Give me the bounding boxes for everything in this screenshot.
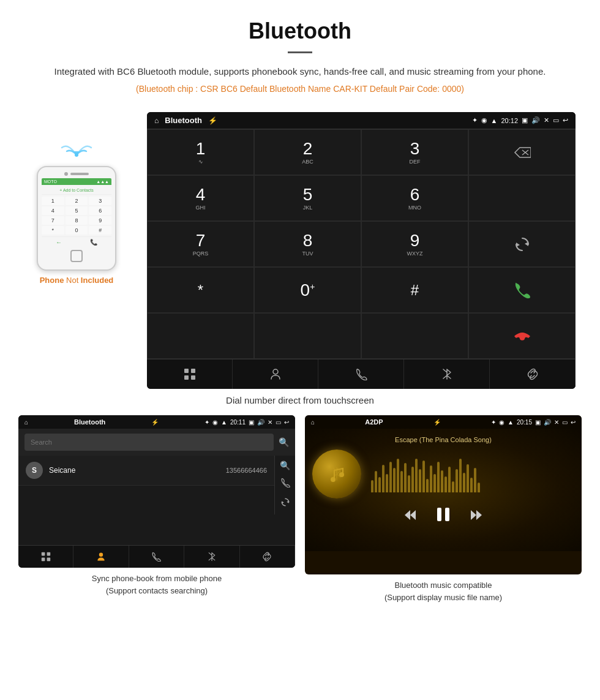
a2dp-home-icon[interactable]: ⌂: [311, 419, 315, 426]
bt-key-0[interactable]: 0+: [254, 267, 361, 313]
pb-right-phone-icon[interactable]: [280, 478, 290, 490]
pb-x-icon[interactable]: ✕: [268, 419, 272, 426]
bt-bottom-grid-icon[interactable]: [147, 359, 233, 389]
a2dp-screen-icon[interactable]: ▭: [562, 419, 568, 426]
eq-bar-30: [478, 483, 480, 492]
camera-icon[interactable]: ▣: [522, 116, 528, 124]
bt-bottom-phone-icon[interactable]: [318, 359, 404, 389]
bt-key-9[interactable]: 9 WXYZ: [361, 221, 468, 267]
page-header: Bluetooth Integrated with BC6 Bluetooth …: [0, 0, 600, 106]
svg-point-10: [273, 369, 278, 374]
pb-bt-icon: ✦: [204, 419, 209, 426]
pb-right-search-icon[interactable]: 🔍: [280, 461, 290, 470]
a2dp-play-pause-button[interactable]: [435, 506, 452, 527]
eq-bar-16: [426, 479, 429, 492]
bt-bottom-bluetooth-icon[interactable]: [404, 359, 490, 389]
screen-icon[interactable]: ▭: [553, 116, 559, 124]
eq-bar-11: [408, 475, 410, 492]
a2dp-x-icon[interactable]: ✕: [554, 419, 559, 426]
bt-key-7[interactable]: 7 PQRS: [147, 221, 254, 267]
bt-key-1[interactable]: 1 ∿: [147, 129, 254, 175]
phone-screen-signal: ▲▲▲: [96, 179, 109, 184]
phone-key-1[interactable]: 1: [42, 197, 64, 205]
eq-bar-18: [433, 474, 436, 492]
bt-bottom-bar: [147, 359, 576, 389]
a2dp-cam-icon[interactable]: ▣: [535, 419, 541, 426]
pb-bluetooth-icon[interactable]: [184, 546, 239, 568]
a2dp-album-art: [312, 450, 361, 499]
phone-key-hash[interactable]: #: [89, 226, 111, 235]
bt-bottom-link-icon[interactable]: [490, 359, 576, 389]
pb-back-icon[interactable]: ↩: [284, 419, 289, 426]
eq-bar-1: [371, 480, 373, 492]
pb-statusbar-right: ✦ ◉ ▲ 20:11 ▣ 🔊 ✕ ▭ ↩: [204, 419, 289, 426]
pb-right-refresh-icon[interactable]: [280, 497, 290, 510]
phonebook-item: ⌂ Bluetooth ⚡ ✦ ◉ ▲ 20:11 ▣ 🔊 ✕ ▭ ↩ �: [18, 415, 295, 603]
bt-key-4-num: 4: [196, 186, 206, 203]
pb-phone-icon[interactable]: [129, 546, 184, 568]
bt-key-star[interactable]: *: [147, 267, 254, 313]
phone-key-8[interactable]: 8: [66, 216, 88, 225]
svg-marker-20: [405, 510, 416, 520]
a2dp-prev-button[interactable]: [403, 508, 416, 525]
bt-key-6[interactable]: 6 MNO: [361, 175, 468, 221]
a2dp-back-icon[interactable]: ↩: [571, 419, 576, 426]
pb-vol-icon[interactable]: 🔊: [257, 419, 264, 426]
bt-key-5[interactable]: 5 JKL: [254, 175, 361, 221]
pb-search-icon[interactable]: 🔍: [279, 437, 289, 447]
bt-backspace-button[interactable]: [468, 129, 576, 175]
pb-grid-icon[interactable]: [18, 546, 73, 568]
main-section: MOTO ▲▲▲ + Add to Contacts 1 2 3 4 5 6 7…: [0, 106, 600, 389]
bt-key-9-letters: WXYZ: [407, 250, 423, 257]
pb-contact-row[interactable]: S Seicane 13566664466: [18, 456, 274, 486]
bt-bottom-person-icon[interactable]: [233, 359, 318, 389]
eq-bar-9: [400, 471, 403, 492]
bt-key-4[interactable]: 4 GHI: [147, 175, 254, 221]
bt-key-star-sym: *: [198, 283, 203, 298]
bt-key-8[interactable]: 8 TUV: [254, 221, 361, 267]
pb-screen-icon[interactable]: ▭: [276, 419, 281, 426]
phone-key-6[interactable]: 6: [89, 206, 111, 215]
phone-key-2[interactable]: 2: [66, 197, 88, 205]
time-display: 20:12: [501, 117, 518, 124]
volume-icon[interactable]: 🔊: [531, 116, 540, 124]
bt-key-hash[interactable]: #: [361, 267, 468, 313]
pb-search-bar: 🔍: [18, 429, 295, 456]
phone-home-button[interactable]: [70, 250, 83, 262]
pb-person-icon[interactable]: [73, 546, 129, 568]
phone-key-star[interactable]: *: [42, 226, 64, 235]
a2dp-next-button[interactable]: [470, 508, 484, 525]
bt-refresh-button[interactable]: [468, 221, 576, 267]
pb-sig-icon: ▲: [221, 419, 227, 426]
pb-search-input[interactable]: [24, 434, 274, 451]
back-icon[interactable]: ↩: [563, 116, 568, 124]
pb-home-icon[interactable]: ⌂: [24, 419, 28, 426]
svg-marker-12: [282, 501, 283, 503]
bt-key-6-num: 6: [410, 186, 420, 203]
pb-contact-number: 13566664466: [226, 467, 267, 474]
bt-end-call-button[interactable]: [468, 313, 576, 359]
bt-dialpad-grid: 1 ∿ 2 ABC 3 DEF 4 GHI: [147, 129, 576, 359]
phone-key-3[interactable]: 3: [89, 197, 111, 205]
phone-key-9[interactable]: 9: [89, 216, 111, 225]
a2dp-song-title: Escape (The Pina Colada Song): [395, 436, 492, 443]
bt-call-button[interactable]: [468, 267, 576, 313]
a2dp-sig-icon: ▲: [508, 419, 514, 426]
phone-key-4[interactable]: 4: [42, 206, 64, 215]
close-icon[interactable]: ✕: [544, 116, 549, 124]
bt-screen-title: Bluetooth: [165, 116, 202, 125]
phone-key-0[interactable]: 0: [66, 226, 88, 235]
eq-bar-2: [375, 471, 377, 492]
eq-bar-27: [467, 464, 469, 492]
bt-key-empty-1: [468, 175, 576, 221]
home-icon[interactable]: ⌂: [154, 116, 159, 125]
eq-bar-22: [448, 467, 451, 492]
phone-key-5[interactable]: 5: [66, 206, 88, 215]
eq-bar-13: [415, 459, 418, 492]
pb-cam-icon[interactable]: ▣: [249, 419, 254, 426]
bt-key-3[interactable]: 3 DEF: [361, 129, 468, 175]
bt-key-2[interactable]: 2 ABC: [254, 129, 361, 175]
pb-link-icon[interactable]: [240, 546, 295, 568]
phone-key-7[interactable]: 7: [42, 216, 64, 225]
a2dp-vol-icon[interactable]: 🔊: [544, 419, 551, 426]
